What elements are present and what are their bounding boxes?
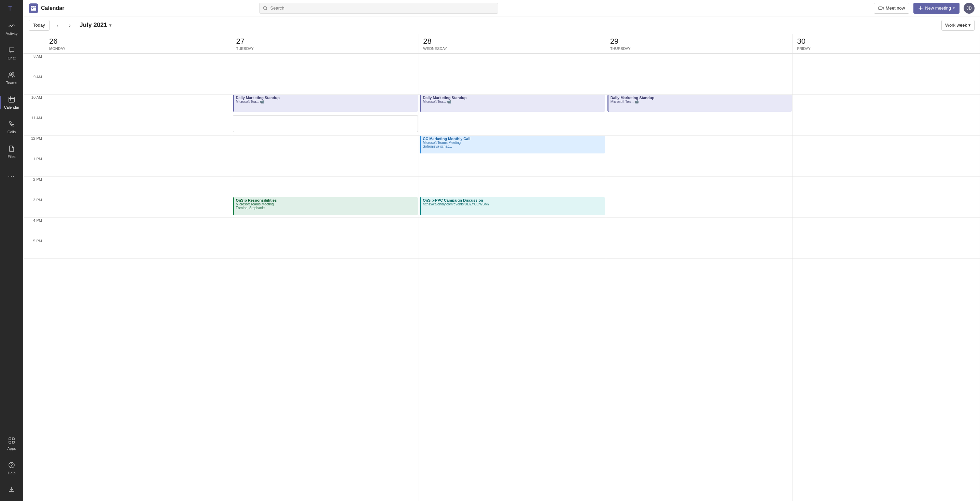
event-sub1: Microsoft Teams Meeting [236,202,416,206]
sidebar-item-calls[interactable]: Calls [0,115,23,139]
calendar-toolbar-right: Work week ▾ [942,20,975,31]
day-header-wed: 28 Wednesday [419,34,606,53]
sidebar-item-files[interactable]: Files [0,139,23,164]
topbar: Calendar Meet now New meeting [23,0,980,16]
event-sub1: Microsoft Teams Meeting [423,141,603,145]
sidebar-bottom: Apps Help [0,431,23,501]
event-title: Daily Marketing Standup [236,96,416,100]
time-grid: 8 AM 9 AM 10 AM 11 AM 12 PM 1 PM 2 PM 3 … [23,54,980,501]
event-wed-cc[interactable]: CC Marketing Monthly Call Microsoft Team… [420,136,605,153]
topbar-right: Meet now New meeting ▾ JD [874,3,975,14]
day-column-mon [45,54,232,501]
more-icon: ··· [8,173,15,179]
time-spacer [23,34,45,53]
svg-point-2 [10,73,12,75]
event-wed-standup[interactable]: Daily Marketing Standup Microsoft Tea...… [420,95,605,112]
day-headers: 26 Monday 27 Tuesday 28 Wednesday 29 Thu… [23,34,980,54]
teams-icon [8,71,15,80]
sidebar-item-teams-label: Teams [6,81,17,85]
event-sub: https://calendly.com/events/DDZYOOWBM7..… [423,202,603,206]
calendar-toolbar: Today ‹ › July 2021 ▾ Work week ▾ [23,16,980,34]
day-header-mon: 26 Monday [45,34,232,53]
next-button[interactable]: › [65,20,75,31]
event-sub2: Fornino, Stephanie [236,206,416,210]
event-sub: Microsoft Tea... 📹 [611,100,790,104]
search-bar[interactable] [259,3,498,14]
work-week-button[interactable]: Work week ▾ [942,20,975,31]
chevron-down-icon: ▾ [953,6,955,10]
sidebar-download-button[interactable] [0,480,23,498]
svg-rect-14 [32,8,33,9]
event-title: Daily Marketing Standup [611,96,790,100]
sidebar-item-calendar-label: Calendar [4,105,19,109]
svg-rect-8 [9,441,11,443]
sidebar-item-activity[interactable]: Activity [0,16,23,41]
sidebar-item-help-label: Help [8,471,16,475]
month-chevron-icon[interactable]: ▾ [109,23,111,28]
time-column: 8 AM 9 AM 10 AM 11 AM 12 PM 1 PM 2 PM 3 … [23,54,45,501]
calls-icon [8,120,15,129]
time-8am: 8 AM [23,54,45,74]
event-tue-standup[interactable]: Daily Marketing Standup Microsoft Tea...… [233,95,418,112]
files-icon [8,145,15,153]
event-thu-standup[interactable]: Daily Marketing Standup Microsoft Tea...… [608,95,792,112]
svg-rect-4 [9,97,14,102]
time-2pm: 2 PM [23,177,45,197]
event-sub2: Sofronieva-schac... [423,145,603,148]
day-header-thu: 29 Thursday [606,34,793,53]
sidebar-item-more[interactable]: ··· [0,164,23,189]
svg-rect-13 [31,6,36,11]
day-column-fri [793,54,980,501]
plus-icon [918,6,923,11]
sidebar-item-calendar[interactable]: Calendar [0,90,23,115]
apps-icon [8,437,15,445]
sidebar-item-chat-label: Chat [8,56,15,60]
event-sub: Microsoft Tea... 📹 [423,100,603,104]
prev-button[interactable]: ‹ [52,20,63,31]
svg-rect-6 [9,438,11,440]
day-header-tue: 27 Tuesday [232,34,419,53]
new-meeting-button[interactable]: New meeting ▾ [913,3,959,14]
chat-icon [8,46,15,55]
day-header-fri: 30 Friday [793,34,980,53]
time-11am: 11 AM [23,115,45,136]
event-wed-ppc[interactable]: OnSip-PPC Campaign Discussion https://ca… [420,197,605,215]
svg-rect-7 [12,438,14,440]
event-title: OnSip Responsibilities [236,198,416,202]
svg-rect-16 [878,7,882,10]
event-tue-onsip[interactable]: OnSip Responsibilities Microsoft Teams M… [233,197,418,215]
today-button[interactable]: Today [29,20,49,31]
work-week-chevron-icon: ▾ [968,22,971,28]
svg-rect-9 [12,441,14,443]
search-input[interactable] [270,5,495,11]
calendar-navigation: ‹ › [52,20,75,31]
sidebar-item-help[interactable]: Help [0,456,23,480]
search-icon [263,6,268,11]
sidebar-item-apps[interactable]: Apps [0,431,23,456]
help-icon [8,461,15,470]
time-4pm: 4 PM [23,218,45,238]
sidebar-item-apps-label: Apps [7,447,16,450]
event-title: CC Marketing Monthly Call [423,137,603,141]
app-title: Calendar [41,5,64,11]
sidebar: T Activity Chat Teams [0,0,23,501]
day-column-thu: Daily Marketing Standup Microsoft Tea...… [606,54,793,501]
event-tue-empty[interactable] [233,115,418,132]
time-12pm: 12 PM [23,136,45,156]
calendar-icon [8,96,15,104]
sidebar-item-chat[interactable]: Chat [0,41,23,65]
user-avatar[interactable]: JD [964,3,975,14]
sidebar-item-calls-label: Calls [8,130,16,134]
time-3pm: 3 PM [23,197,45,218]
sidebar-item-activity-label: Activity [6,32,18,35]
time-10am: 10 AM [23,95,45,115]
app-logo: T [0,0,23,16]
sidebar-item-teams[interactable]: Teams [0,65,23,90]
svg-text:T: T [8,5,12,12]
calendar-month-label: July 2021 ▾ [80,22,111,29]
event-title: OnSip-PPC Campaign Discussion [423,198,603,202]
meet-now-button[interactable]: Meet now [874,3,909,14]
time-5pm: 5 PM [23,238,45,259]
svg-rect-5 [10,99,11,101]
day-column-wed: Daily Marketing Standup Microsoft Tea...… [419,54,606,501]
